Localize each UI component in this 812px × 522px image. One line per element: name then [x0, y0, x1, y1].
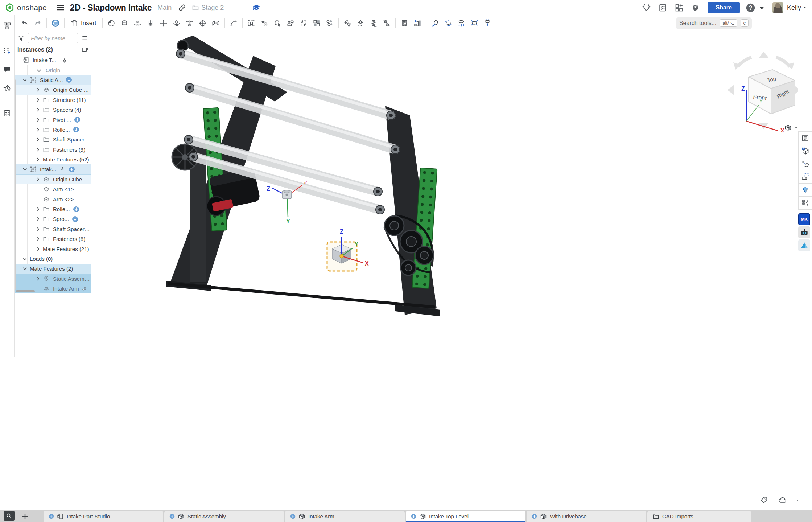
app-mk-button[interactable]: MK — [798, 213, 810, 225]
cyl-slide-button[interactable] — [144, 17, 157, 30]
tree-row[interactable]: Arm <1> — [15, 184, 91, 194]
tree-row[interactable]: Fasteners (9) — [15, 145, 91, 155]
user-avatar[interactable] — [772, 2, 783, 13]
transfer-button[interactable] — [297, 17, 310, 30]
panel-horizontal-scrollbar[interactable] — [16, 290, 35, 292]
expand-chevron[interactable] — [36, 276, 43, 281]
cloud-button[interactable] — [778, 496, 787, 505]
tree-row[interactable]: Intak... — [15, 164, 91, 174]
context-panel-button[interactable] — [798, 157, 812, 170]
element-tab[interactable]: Intake Top Level — [406, 511, 525, 522]
expand-chevron[interactable] — [36, 137, 43, 142]
dl-icon[interactable] — [73, 126, 79, 133]
tree-row[interactable]: Intake Arm — [15, 284, 91, 293]
tree-row[interactable]: Fasteners (8) — [15, 234, 91, 244]
bom-panel-button[interactable] — [798, 131, 812, 144]
expand-chevron[interactable] — [36, 87, 43, 92]
expand-chevron[interactable] — [36, 247, 43, 251]
undo-button[interactable] — [18, 17, 31, 30]
history-button[interactable] — [2, 83, 13, 93]
dl-icon[interactable] — [73, 206, 79, 213]
element-tab[interactable]: With Drivebase — [527, 511, 646, 522]
onshape-logo[interactable]: onshape — [5, 3, 47, 12]
list-view-icon[interactable] — [81, 34, 88, 42]
tasks-button[interactable] — [2, 108, 13, 118]
follow-button[interactable] — [2, 46, 13, 55]
expand-chevron[interactable] — [22, 167, 30, 172]
expand-chevron[interactable] — [22, 266, 30, 271]
share-button[interactable]: Share — [708, 2, 740, 13]
element-tab[interactable]: Static Assembly — [164, 511, 284, 522]
expand-chevron[interactable] — [36, 147, 43, 152]
expand-chevron[interactable] — [36, 127, 43, 132]
insert-new-icon[interactable] — [81, 46, 89, 53]
tree-row[interactable]: Shaft Spacers (12) — [15, 135, 91, 144]
doc-eye-button[interactable] — [398, 17, 411, 30]
element-tab[interactable]: Intake Arm — [285, 511, 405, 522]
tree-row[interactable]: Mate Features (2) — [15, 264, 91, 274]
tree-row[interactable]: Pivot ... — [15, 115, 91, 124]
cube-grid-panel-button[interactable] — [798, 144, 812, 157]
help-menu[interactable] — [746, 3, 767, 13]
app-tri-button[interactable] — [798, 239, 810, 251]
spheres-button[interactable] — [323, 17, 336, 30]
dl-icon[interactable] — [66, 77, 72, 83]
3d-viewport[interactable]: Z Y x' Z X Y — [91, 31, 812, 510]
tree-row[interactable]: Loads (0) — [15, 254, 91, 264]
group-parts-button[interactable] — [284, 17, 297, 30]
expand-chevron[interactable] — [36, 157, 43, 162]
expand-chevron[interactable] — [36, 217, 43, 221]
tree-row[interactable]: Origin — [15, 65, 91, 75]
insert-button[interactable]: Insert — [67, 17, 100, 30]
rot-explode-button[interactable] — [429, 17, 442, 30]
tab-search-button[interactable] — [4, 511, 15, 521]
expand-chevron[interactable] — [36, 107, 43, 112]
section-box-panel-button[interactable] — [798, 170, 812, 184]
user-name[interactable]: Kelly — [787, 4, 801, 12]
code-check-button[interactable] — [642, 3, 651, 12]
search-tools-box[interactable]: Search tools... alt/⌥ c — [676, 17, 752, 29]
cyl-rot-button[interactable] — [131, 17, 144, 30]
ring-down-button[interactable] — [455, 17, 468, 30]
expand-chevron[interactable] — [36, 237, 43, 241]
versions-link-icon[interactable] — [178, 4, 186, 12]
expand-chevron[interactable] — [36, 118, 43, 122]
gears-button[interactable] — [341, 17, 354, 30]
comment-button[interactable] — [2, 65, 13, 74]
view-cube[interactable]: Top Front Right Z X Y — [723, 46, 808, 132]
view-options-menu[interactable] — [784, 124, 798, 131]
tree-row[interactable]: Structure (11) — [15, 95, 91, 105]
tree-row[interactable]: Static A... — [15, 75, 91, 85]
sync-button[interactable] — [49, 17, 62, 30]
tree-row[interactable]: Spacers (4) — [15, 105, 91, 115]
gimbal-button[interactable] — [196, 17, 209, 30]
cols-plus-button[interactable] — [411, 17, 424, 30]
tree-row[interactable]: Mate Features (21) — [15, 244, 91, 254]
tree-row[interactable]: Origin Cube <1> — [15, 85, 91, 95]
tree-row[interactable]: Shaft Spacers (3) — [15, 224, 91, 234]
apps-plus-button[interactable] — [675, 3, 684, 12]
belt-button[interactable] — [380, 17, 393, 30]
main-menu-button[interactable] — [56, 3, 65, 12]
app-robot-button[interactable] — [798, 226, 810, 238]
expand-chevron[interactable] — [22, 78, 30, 82]
rotate-left-arrow[interactable] — [727, 85, 734, 95]
sliderctl-icon[interactable] — [81, 285, 87, 292]
gem-panel-button[interactable] — [798, 184, 812, 197]
expand-chevron[interactable] — [36, 98, 43, 102]
snap-button[interactable] — [227, 17, 240, 30]
filter-icon[interactable] — [17, 34, 25, 42]
origin-cube-selection[interactable]: Z X Y — [327, 229, 369, 271]
learning-center-icon[interactable] — [252, 3, 261, 12]
star-cyl-button[interactable] — [258, 17, 271, 30]
tree-row[interactable]: Static Assembly — [15, 274, 91, 284]
versions-button[interactable] — [2, 21, 13, 30]
planes-button[interactable] — [209, 17, 222, 30]
ring-collapse-button[interactable] — [468, 17, 481, 30]
centerpin-icon[interactable] — [61, 57, 68, 63]
workspace-label[interactable]: Main — [157, 4, 172, 12]
tag-button[interactable] — [759, 496, 768, 505]
filter-input[interactable] — [28, 33, 78, 43]
spring-button[interactable] — [367, 17, 380, 30]
grid4-button[interactable] — [310, 17, 323, 30]
